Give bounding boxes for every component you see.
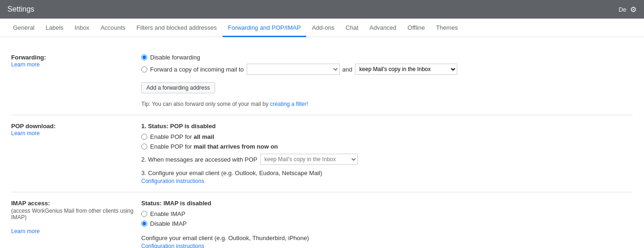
tab-chat[interactable]: Chat (340, 20, 364, 37)
main-content: Forwarding: Learn more Disable forwardin… (0, 37, 644, 248)
tab-offline[interactable]: Offline (402, 20, 430, 37)
forwarding-address-select[interactable] (247, 64, 340, 75)
imap-title: IMAP access: (11, 200, 141, 207)
header-bar: Settings De ⚙ (0, 0, 644, 19)
tab-filters[interactable]: Filters and blocked addresses (131, 20, 223, 37)
pop-radio-all-label: Enable POP for all mail (150, 133, 214, 140)
add-forwarding-wrapper: Add a forwarding address (141, 78, 633, 98)
pop-config-link[interactable]: Configuration instructions (141, 178, 204, 184)
pop-content: 1. Status: POP is disabled Enable POP fo… (141, 123, 633, 184)
imap-radio-disable-label[interactable]: Disable IMAP (150, 220, 187, 227)
header-right: De ⚙ (618, 5, 637, 14)
imap-configure-eg: (e.g. Outlook, Thunderbird, iPhone) (215, 235, 309, 241)
pop-radio-new-label: Enable POP for mail that arrives from no… (150, 143, 278, 150)
imap-sublabel: (access WorkGenius Mail from other clien… (11, 208, 141, 221)
pop-section: POP download: Learn more 1. Status: POP … (11, 115, 633, 192)
imap-radio-enable-label[interactable]: Enable IMAP (150, 210, 185, 217)
imap-radio-disable-row: Disable IMAP (141, 220, 633, 227)
add-forwarding-button[interactable]: Add a forwarding address (141, 82, 215, 93)
tabs-bar: General Labels Inbox Accounts Filters an… (0, 19, 644, 37)
tab-inbox[interactable]: Inbox (69, 20, 95, 37)
pop-configure-line: 3. Configure your email client (e.g. Out… (141, 170, 633, 176)
pop-when-row: 2. When messages are accessed with POP k… (141, 154, 633, 165)
creating-filter-link[interactable]: creating a filter! (270, 101, 308, 107)
imap-learn-more[interactable]: Learn more (11, 228, 39, 235)
pop-configure-eg: (e.g. Outlook, Eudora, Netscape Mail) (221, 170, 322, 176)
tip-text-static: Tip: You can also forward only some of y… (141, 101, 269, 107)
forwarding-radio-disable[interactable] (141, 54, 147, 60)
forwarding-tip: Tip: You can also forward only some of y… (141, 101, 633, 107)
pop-radio-new-row: Enable POP for mail that arrives from no… (141, 143, 633, 150)
user-label: De (618, 6, 626, 13)
forwarding-title: Forwarding: (11, 54, 141, 61)
forwarding-radio-disable-label[interactable]: Disable forwarding (150, 54, 200, 61)
pop-title: POP download: (11, 123, 141, 130)
imap-content: Status: IMAP is disabled Enable IMAP Dis… (141, 200, 633, 248)
forwarding-label: Forwarding: Learn more (11, 54, 141, 107)
imap-configure-line: Configure your email client (e.g. Outloo… (141, 235, 633, 241)
pop-radio-new[interactable] (141, 144, 147, 150)
imap-label: IMAP access: (access WorkGenius Mail fro… (11, 200, 141, 248)
imap-config-link[interactable]: Configuration instructions (141, 243, 204, 248)
tab-labels[interactable]: Labels (40, 20, 69, 37)
pop-status-text: 1. Status: POP is disabled (141, 123, 216, 130)
tab-general[interactable]: General (7, 20, 40, 37)
and-text: and (342, 66, 353, 73)
forwarding-radio-forward[interactable] (141, 66, 147, 72)
pop-keep-select[interactable]: keep Mail's copy in the Inboxarchive Mai… (260, 154, 358, 165)
imap-configure-label: Configure your email client (141, 235, 213, 241)
forwarding-content: Disable forwarding Forward a copy of inc… (141, 54, 633, 107)
tab-themes[interactable]: Themes (430, 20, 463, 37)
imap-radio-disable[interactable] (141, 221, 147, 227)
forwarding-keep-select[interactable]: keep Mail's copy in the Inboxarchive Mai… (355, 64, 457, 75)
forwarding-section: Forwarding: Learn more Disable forwardin… (11, 46, 633, 115)
page-title: Settings (7, 5, 34, 13)
forwarding-radio-forward-label[interactable]: Forward a copy of incoming mail to (150, 66, 244, 73)
pop-configure-label: 3. Configure your email client (141, 170, 219, 176)
imap-radio-enable-row: Enable IMAP (141, 210, 633, 217)
pop-status: 1. Status: POP is disabled (141, 123, 633, 130)
pop-when-label: 2. When messages are accessed with POP (141, 156, 257, 163)
pop-radio-all-row: Enable POP for all mail (141, 133, 633, 140)
tab-advanced[interactable]: Advanced (364, 20, 402, 37)
tab-forwarding[interactable]: Forwarding and POP/IMAP (223, 20, 307, 37)
tab-addons[interactable]: Add-ons (306, 20, 340, 37)
imap-section: IMAP access: (access WorkGenius Mail fro… (11, 192, 633, 248)
pop-label: POP download: Learn more (11, 123, 141, 184)
imap-status: Status: IMAP is disabled (141, 200, 633, 207)
tab-accounts[interactable]: Accounts (95, 20, 131, 37)
imap-radio-enable[interactable] (141, 211, 147, 217)
forwarding-learn-more[interactable]: Learn more (11, 61, 39, 68)
forwarding-radio-forward-row: Forward a copy of incoming mail to and k… (141, 64, 633, 75)
forwarding-radio-disable-row: Disable forwarding (141, 54, 633, 61)
pop-learn-more[interactable]: Learn more (11, 130, 39, 137)
gear-icon[interactable]: ⚙ (630, 5, 637, 14)
pop-radio-all[interactable] (141, 134, 147, 140)
